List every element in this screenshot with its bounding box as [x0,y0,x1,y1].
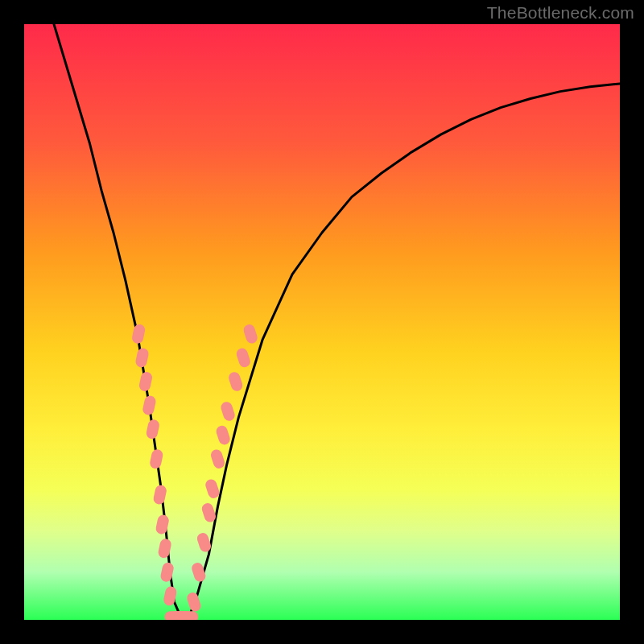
marker-left-descent [157,538,172,559]
marker-right-ascent [186,591,203,613]
marker-right-ascent [209,448,226,470]
marker-right-ascent [204,478,221,500]
marker-left-descent [145,419,160,440]
marker-right-ascent [220,400,237,422]
bottleneck-curve [54,24,620,620]
plot-inner [24,24,620,620]
marker-left-descent [159,562,175,583]
watermark-text: TheBottleneck.com [487,3,634,23]
marker-right-ascent [215,424,232,446]
marker-left-descent [138,371,154,392]
marker-right-ascent [227,370,244,392]
marker-right-ascent [190,561,207,583]
marker-right-ascent [235,347,252,369]
marker-left-descent [152,484,167,505]
marker-right-ascent [242,323,259,345]
curve-svg [24,24,620,620]
marker-left-descent [142,394,157,415]
marker-left-descent [131,324,147,345]
marker-left-descent [134,347,150,368]
chart-frame: TheBottleneck.com [0,0,644,644]
plot-area [24,24,620,620]
marker-left-descent [149,448,164,469]
marker-valley [179,611,198,620]
marker-left-descent [155,514,170,535]
